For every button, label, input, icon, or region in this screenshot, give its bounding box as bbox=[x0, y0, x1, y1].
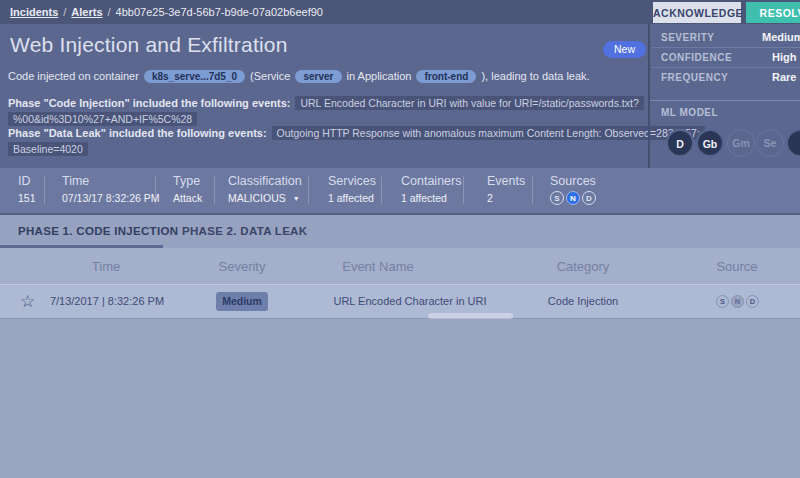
severity-value: Medium bbox=[762, 31, 800, 43]
table-scrollbar-thumb[interactable] bbox=[428, 313, 513, 319]
frequency-row: FREQUENCY Rare bbox=[652, 68, 800, 88]
phase1-label: Phase "Code Injection" included the foll… bbox=[8, 97, 290, 109]
events-table-header: Time Severity Event Name Category Source bbox=[0, 248, 800, 285]
ml-model-label: ML MODEL bbox=[661, 107, 718, 118]
ml-model-toggle[interactable] bbox=[786, 129, 800, 157]
phase2-label: Phase "Data Leak" included the following… bbox=[8, 127, 267, 139]
ml-model-toggle-gm[interactable]: Gm bbox=[727, 129, 755, 157]
acknowledge-button[interactable]: ACKNOWLEDGE bbox=[653, 2, 741, 23]
event-name: URL Encoded Character in URI bbox=[330, 295, 490, 307]
containers-value: 1 affected bbox=[401, 192, 447, 204]
column-header-severity: Severity bbox=[192, 259, 292, 274]
severity-row: SEVERITY Medium bbox=[652, 28, 800, 48]
incident-detail-page: Incidents/Alerts/4bb07e25-3e7d-56b7-b9de… bbox=[0, 0, 800, 478]
tab-phase2-data-leak[interactable]: PHASE 2. DATA LEAK bbox=[182, 215, 307, 248]
source-data-icon: D bbox=[582, 191, 596, 205]
column-divider bbox=[532, 176, 533, 204]
phase-tabs: PHASE 1. CODE INJECTION PHASE 2. DATA LE… bbox=[0, 213, 800, 248]
phase1-summary-line: Phase "Code Injection" included the foll… bbox=[8, 97, 644, 109]
description-text: Code injected on container bbox=[8, 70, 139, 82]
confidence-row: CONFIDENCE High bbox=[652, 48, 800, 68]
chevron-down-icon: ▼ bbox=[293, 195, 300, 202]
breadcrumb-separator: / bbox=[63, 6, 66, 18]
severity-label: SEVERITY bbox=[661, 32, 714, 43]
services-label: Services bbox=[328, 174, 376, 188]
frequency-label: FREQUENCY bbox=[661, 72, 728, 83]
sources-label: Sources bbox=[550, 174, 596, 188]
column-divider bbox=[463, 176, 464, 204]
confidence-label: CONFIDENCE bbox=[661, 52, 732, 63]
phase1-event-text: %00&id%3D10%27+AND+IF%5C%28 bbox=[8, 112, 197, 126]
source-network-icon: N bbox=[566, 191, 580, 205]
status-badge-new: New bbox=[603, 41, 646, 58]
breadcrumb-separator: / bbox=[108, 6, 111, 18]
page-title: Web Injection and Exfiltration bbox=[10, 33, 288, 57]
table-row[interactable]: ☆ 7/13/2017 | 8:32:26 PM Medium URL Enco… bbox=[0, 285, 800, 319]
breadcrumb-link-incidents[interactable]: Incidents bbox=[10, 6, 58, 18]
phase2-event-text: Outgoing HTTP Response with anomalous ma… bbox=[272, 126, 705, 140]
ml-model-toggle-gb[interactable]: Gb bbox=[696, 129, 724, 157]
resolve-button[interactable]: RESOLVE bbox=[746, 2, 800, 23]
id-label: ID bbox=[18, 174, 31, 188]
events-label: Events bbox=[487, 174, 525, 188]
phase2-event-text: Baseline=4020 bbox=[8, 142, 88, 156]
container-pill[interactable]: k8s_serve...7d5_0 bbox=[144, 70, 245, 83]
source-data-icon: D bbox=[746, 295, 759, 308]
event-category: Code Injection bbox=[533, 295, 633, 307]
column-divider bbox=[308, 176, 309, 204]
tab-phase1-code-injection[interactable]: PHASE 1. CODE INJECTION bbox=[18, 215, 178, 248]
incident-summary-bar: ID 151 Time 07/13/17 8:32:26 PM Type Att… bbox=[0, 168, 800, 213]
id-value: 151 bbox=[18, 192, 36, 204]
panel-divider bbox=[648, 24, 650, 168]
ml-model-toggle-d[interactable]: D bbox=[666, 129, 694, 157]
column-header-source: Source bbox=[687, 259, 787, 274]
services-value: 1 affected bbox=[328, 192, 374, 204]
ml-model-toggle-se[interactable]: Se bbox=[756, 129, 784, 157]
column-header-category: Category bbox=[533, 259, 633, 274]
confidence-value: High bbox=[772, 51, 796, 63]
table-empty-area bbox=[0, 320, 800, 478]
application-pill[interactable]: front-end bbox=[416, 70, 476, 83]
classification-value: MALICIOUS bbox=[228, 192, 286, 204]
incident-header: Incidents/Alerts/4bb07e25-3e7d-56b7-b9de… bbox=[0, 0, 800, 168]
service-pill[interactable]: server bbox=[295, 70, 341, 83]
type-label: Type bbox=[173, 174, 200, 188]
description-text: ), leading to data leak. bbox=[481, 70, 589, 82]
column-divider bbox=[381, 176, 382, 204]
source-network-icon: N bbox=[731, 295, 744, 308]
type-value: Attack bbox=[173, 192, 202, 204]
column-divider bbox=[44, 176, 45, 204]
phase1-summary-line: %00&id%3D10%27+AND+IF%5C%28 bbox=[8, 113, 197, 125]
source-system-icon: S bbox=[716, 295, 729, 308]
description-text: in Application bbox=[347, 70, 412, 82]
severity-badge: Medium bbox=[216, 292, 268, 311]
incident-description: Code injected on container k8s_serve...7… bbox=[8, 69, 648, 83]
phase1-event-text: URL Encoded Character in URI with value … bbox=[295, 96, 643, 110]
source-system-icon: S bbox=[550, 191, 564, 205]
breadcrumb-link-alerts[interactable]: Alerts bbox=[71, 6, 102, 18]
time-label: Time bbox=[62, 174, 89, 188]
classification-dropdown[interactable]: MALICIOUS▼ bbox=[228, 192, 300, 204]
star-icon[interactable]: ☆ bbox=[20, 292, 35, 312]
events-value: 2 bbox=[487, 192, 493, 204]
description-text: (Service bbox=[250, 70, 290, 82]
containers-label: Containers bbox=[401, 174, 461, 188]
time-value: 07/13/17 8:32:26 PM bbox=[62, 192, 160, 204]
breadcrumb-incident-id: 4bb07e25-3e7d-56b7-b9de-07a02b6eef90 bbox=[116, 6, 323, 18]
phase2-summary-line: Baseline=4020 bbox=[8, 143, 88, 155]
event-time: 7/13/2017 | 8:32:26 PM bbox=[47, 295, 167, 307]
column-header-event-name: Event Name bbox=[308, 259, 448, 274]
frequency-value: Rare bbox=[772, 71, 796, 83]
column-divider bbox=[214, 176, 215, 204]
section-divider bbox=[650, 100, 800, 101]
column-header-time: Time bbox=[56, 259, 156, 274]
breadcrumb: Incidents/Alerts/4bb07e25-3e7d-56b7-b9de… bbox=[10, 0, 323, 24]
phase2-summary-line: Phase "Data Leak" included the following… bbox=[8, 127, 705, 139]
column-divider bbox=[155, 176, 156, 204]
classification-label: Classification bbox=[228, 174, 302, 188]
